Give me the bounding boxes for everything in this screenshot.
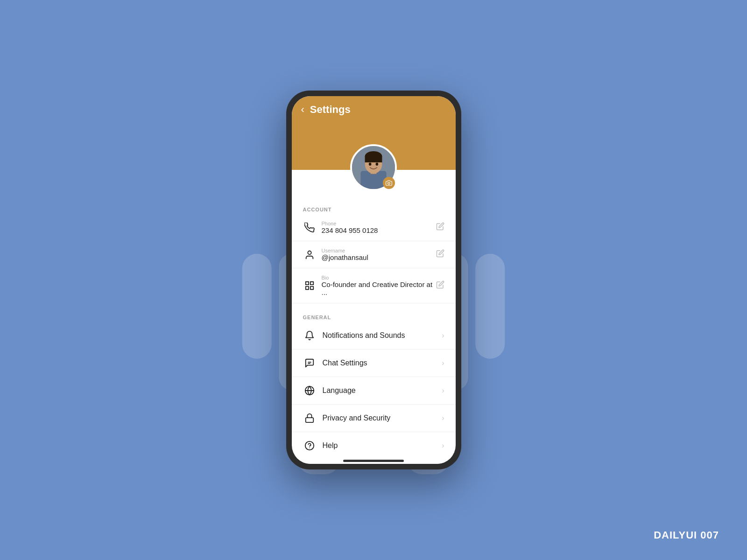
user-icon	[303, 250, 316, 260]
svg-rect-21	[305, 282, 308, 285]
username-edit-icon[interactable]	[436, 249, 444, 260]
account-section-label: ACCOUNT	[292, 207, 456, 212]
language-label: Language	[323, 386, 442, 395]
svg-point-18	[376, 162, 379, 165]
bio-row[interactable]: Bio Co-founder and Creative Director at …	[292, 268, 456, 303]
svg-rect-16	[365, 156, 382, 162]
language-chevron: ›	[442, 386, 444, 395]
bio-label: Bio	[322, 275, 436, 280]
camera-icon	[386, 180, 392, 186]
svg-rect-24	[305, 287, 308, 289]
phone-row[interactable]: Phone 234 804 955 0128	[292, 214, 456, 241]
camera-badge[interactable]	[383, 177, 395, 189]
svg-point-19	[388, 182, 390, 184]
username-row[interactable]: Username @jonathansaul	[292, 241, 456, 268]
page-title: Settings	[310, 104, 351, 116]
chat-settings-label: Chat Settings	[323, 359, 442, 367]
privacy-label: Privacy and Security	[323, 414, 442, 422]
bell-icon	[303, 330, 316, 341]
home-bar	[343, 460, 404, 462]
phone-value: 234 804 955 0128	[322, 226, 436, 234]
settings-content: ACCOUNT Phone 234 804 955 0128	[292, 170, 456, 456]
svg-rect-7	[242, 254, 272, 359]
chat-icon	[303, 358, 316, 368]
privacy-chevron: ›	[442, 414, 444, 422]
phone-content: Phone 234 804 955 0128	[322, 221, 436, 234]
notifications-row[interactable]: Notifications and Sounds ›	[292, 322, 456, 350]
globe-icon	[303, 385, 316, 396]
chat-settings-row[interactable]: Chat Settings ›	[292, 350, 456, 377]
help-label: Help	[323, 441, 442, 450]
svg-rect-29	[305, 418, 313, 422]
phone-icon	[303, 223, 316, 233]
back-button[interactable]: ‹	[301, 105, 304, 115]
header-top: ‹ Settings	[301, 104, 446, 123]
phone-edit-icon[interactable]	[436, 222, 444, 233]
help-icon	[303, 441, 316, 451]
username-value: @jonathansaul	[322, 253, 436, 261]
username-label: Username	[322, 248, 436, 253]
avatar-section	[301, 123, 446, 170]
username-content: Username @jonathansaul	[322, 248, 436, 261]
dailyui-label: DAILYUI 007	[654, 529, 719, 541]
lock-icon	[303, 413, 316, 423]
bio-icon	[303, 280, 316, 291]
phone-label: Phone	[322, 221, 436, 226]
chat-settings-chevron: ›	[442, 359, 444, 367]
help-chevron: ›	[442, 441, 444, 450]
notifications-chevron: ›	[442, 331, 444, 340]
bio-value: Co-founder and Creative Director at ...	[322, 280, 436, 296]
svg-rect-8	[475, 254, 505, 359]
svg-point-20	[308, 251, 311, 254]
privacy-row[interactable]: Privacy and Security ›	[292, 405, 456, 432]
svg-rect-23	[310, 287, 313, 289]
home-indicator	[292, 456, 456, 464]
help-row[interactable]: Help ›	[292, 432, 456, 456]
svg-point-17	[369, 162, 372, 165]
bio-content: Bio Co-founder and Creative Director at …	[322, 275, 436, 296]
avatar-wrapper	[350, 144, 397, 191]
notifications-label: Notifications and Sounds	[323, 331, 442, 340]
phone-screen: ‹ Settings	[292, 96, 456, 464]
svg-rect-22	[310, 282, 313, 285]
general-section-label: GENERAL	[292, 315, 456, 320]
language-row[interactable]: Language ›	[292, 377, 456, 405]
phone-frame: ‹ Settings	[286, 91, 461, 469]
app-header: ‹ Settings	[292, 96, 456, 170]
bio-edit-icon[interactable]	[436, 280, 444, 291]
